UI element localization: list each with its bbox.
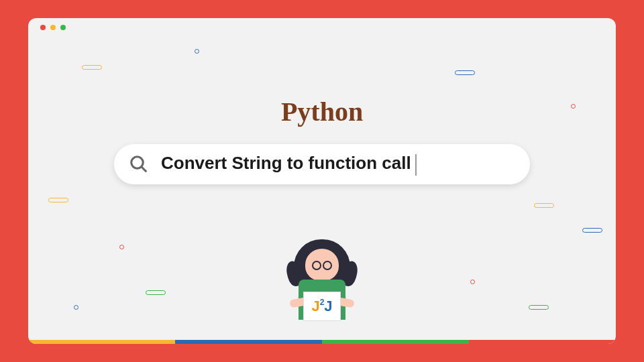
browser-window: Python Convert String to function call (28, 18, 616, 344)
deco-circle (571, 104, 576, 109)
stripe-segment (28, 340, 175, 344)
stripe-segment (322, 340, 469, 344)
deco-circle (74, 305, 78, 310)
deco-circle (470, 280, 475, 284)
minimize-icon[interactable] (50, 25, 56, 30)
logo-j2: J (324, 298, 332, 315)
deco-pill (529, 305, 549, 310)
deco-pill (48, 198, 68, 202)
search-input[interactable]: Convert String to function call (161, 153, 515, 175)
deco-pill (582, 228, 602, 233)
text-cursor (415, 154, 417, 176)
bottom-stripe (28, 340, 616, 344)
window-titlebar (28, 18, 616, 37)
deco-circle (195, 49, 199, 54)
search-bar[interactable]: Convert String to function call (114, 144, 530, 184)
page-title: Python (281, 96, 363, 127)
content-area: Python Convert String to function call (28, 37, 616, 344)
logo-j1: J (311, 298, 319, 315)
deco-pill (534, 203, 554, 208)
stripe-segment (469, 340, 616, 344)
deco-pill (146, 290, 166, 295)
logo-sign: J2J (303, 292, 341, 321)
search-icon (129, 154, 149, 174)
maximize-icon[interactable] (60, 25, 66, 30)
close-icon[interactable] (40, 25, 46, 30)
svg-point-0 (131, 157, 144, 169)
character-illustration: J2J (275, 239, 369, 340)
deco-circle (119, 245, 124, 249)
stripe-segment (175, 340, 322, 344)
deco-pill (82, 65, 102, 70)
logo-superscript: 2 (320, 298, 325, 307)
svg-line-1 (142, 167, 147, 172)
deco-pill (455, 70, 475, 75)
